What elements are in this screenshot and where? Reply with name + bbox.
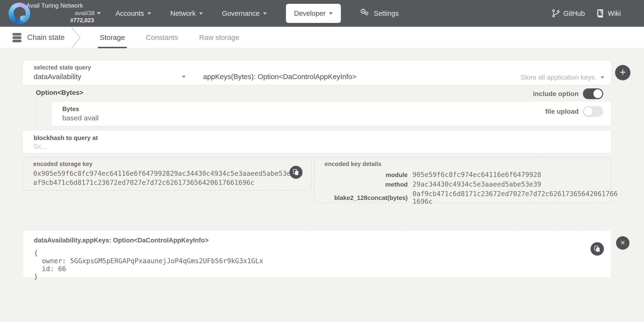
include-option-label: include option: [533, 90, 578, 98]
include-option-row: include option: [533, 88, 603, 99]
menu-network[interactable]: Network: [170, 10, 203, 18]
file-upload-label: file upload: [545, 108, 578, 115]
menu-network-label: Network: [170, 10, 196, 18]
encoded-key-details-label: encoded key details: [325, 161, 382, 167]
chain-spec: avail/38: [26, 10, 101, 17]
encoded-storage-key-panel: encoded storage key 0x905e59f6c8fc974ec6…: [23, 157, 312, 191]
chevron-down-icon: [199, 13, 203, 15]
chain-state-page: Avail Turing Network avail/38 #772,023 A…: [0, 0, 644, 322]
chevron-down-icon: [263, 13, 267, 15]
method-hint-dropdown[interactable]: Store all application keys.: [520, 74, 604, 81]
toggle-knob: [584, 107, 593, 116]
tab-list: Storage Constants Raw storage: [100, 27, 240, 48]
settings-gears-icon: ⚙⚙: [360, 9, 370, 18]
method-select[interactable]: appKeys(Bytes): Option<DaControlAppKeyIn…: [203, 73, 356, 81]
copy-storage-key-button[interactable]: [290, 166, 302, 179]
option-type-label: Option<Bytes>: [36, 89, 83, 97]
wiki-label: Wiki: [608, 10, 621, 18]
network-name: Avail Turing Network: [26, 2, 101, 10]
git-branch-icon: [552, 9, 560, 18]
detail-value-module: 905e59f6c8fc974ec64116e6f6479928: [412, 171, 619, 179]
external-links: GitHub Wiki: [552, 0, 621, 27]
chevron-down-icon: [600, 77, 604, 79]
chevron-down-icon: [147, 13, 151, 15]
query-label: selected state query: [34, 64, 91, 71]
github-link[interactable]: GitHub: [552, 9, 585, 18]
result-value: { owner: 5GGxpsGM5pERGAPqPxaaunejJoP4qGm…: [34, 249, 263, 281]
menu-settings-label: Settings: [374, 10, 399, 18]
plus-icon: +: [620, 66, 626, 78]
query-result-card: dataAvailability.appKeys: Option<DaContr…: [23, 230, 611, 278]
tab-bar: Chain state Storage Constants Raw storag…: [0, 27, 644, 48]
bytes-label: Bytes: [62, 105, 79, 113]
network-selector[interactable]: Avail Turing Network avail/38 #772,023: [26, 2, 101, 24]
tab-storage[interactable]: Storage: [100, 27, 125, 48]
close-result-button[interactable]: ×: [616, 236, 630, 250]
method-hint-text: Store all application keys.: [520, 74, 596, 81]
main-menu: Accounts Network Governance Developer ⚙⚙…: [116, 0, 399, 27]
copy-icon: [594, 245, 600, 252]
toggle-knob: [594, 89, 602, 98]
menu-developer[interactable]: Developer: [286, 4, 341, 23]
bytes-param-card: Bytes based avail: [51, 101, 611, 126]
detail-value-blake2: 0af9cb471c6d8171c23672ed7027e7d72c626173…: [412, 190, 619, 205]
blockhash-label: blockhash to query at: [34, 134, 98, 142]
chevron-down-icon: [182, 76, 186, 78]
bytes-input[interactable]: based avail: [62, 114, 98, 122]
result-title: dataAvailability.appKeys: Option<DaContr…: [34, 237, 208, 244]
file-upload-row: file upload: [545, 106, 603, 117]
chevron-down-icon: [329, 13, 333, 15]
include-option-toggle[interactable]: [583, 88, 603, 99]
breadcrumb: Chain state: [12, 27, 65, 48]
encoded-storage-key-value: 0x905e59f6c8fc974ec64116e6f647992829ac34…: [33, 169, 304, 187]
menu-governance-label: Governance: [222, 10, 260, 18]
breadcrumb-chevron-icon: [71, 28, 82, 48]
tab-raw-storage[interactable]: Raw storage: [199, 27, 239, 48]
copy-result-button[interactable]: [590, 242, 604, 256]
file-upload-toggle[interactable]: [583, 106, 603, 117]
wiki-link[interactable]: Wiki: [596, 9, 621, 18]
close-icon: ×: [620, 238, 625, 247]
state-query-card: selected state query dataAvailability ap…: [23, 61, 611, 85]
param-indent-guide: [36, 98, 36, 127]
detail-label-blake2: blake2_128concat(bytes): [325, 194, 408, 202]
tab-constants[interactable]: Constants: [146, 27, 178, 48]
detail-label-method: method: [325, 181, 408, 188]
chevron-down-icon: [97, 12, 101, 14]
section-title: Chain state: [27, 33, 65, 42]
database-icon: [12, 33, 22, 42]
menu-governance[interactable]: Governance: [222, 10, 267, 18]
block-number: #772,023: [26, 17, 101, 24]
encoded-key-details-grid: module 905e59f6c8fc974ec64116e6f6479928 …: [325, 171, 619, 205]
chain-spec-label: avail/38: [75, 10, 94, 17]
encoded-key-details-panel: encoded key details module 905e59f6c8fc9…: [314, 157, 611, 203]
blockhash-card: blockhash to query at 0x...: [23, 130, 611, 153]
detail-value-method: 29ac34430c4934c5e3aaeed5abe53e39: [412, 181, 619, 188]
top-nav: Avail Turing Network avail/38 #772,023 A…: [0, 0, 644, 27]
menu-accounts[interactable]: Accounts: [116, 10, 151, 18]
copy-icon: [293, 169, 299, 176]
blockhash-input[interactable]: 0x...: [34, 142, 47, 150]
github-label: GitHub: [563, 10, 585, 18]
menu-settings[interactable]: ⚙⚙ Settings: [360, 9, 399, 18]
menu-accounts-label: Accounts: [116, 10, 144, 18]
encoded-storage-key-label: encoded storage key: [33, 161, 92, 167]
pallet-select[interactable]: dataAvailability: [34, 73, 82, 81]
menu-developer-label: Developer: [294, 10, 326, 18]
add-query-button[interactable]: +: [615, 65, 630, 80]
book-icon: [596, 9, 604, 18]
detail-label-module: module: [325, 171, 408, 179]
